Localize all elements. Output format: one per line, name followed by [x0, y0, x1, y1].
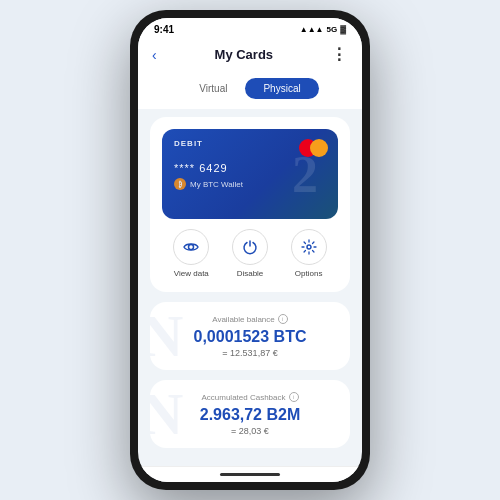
- disable-icon: [232, 229, 268, 265]
- cashback-watermark: N: [150, 380, 183, 448]
- action-options[interactable]: Options: [291, 229, 327, 278]
- info-icon-balance[interactable]: i: [278, 314, 288, 324]
- card-section: DEBIT 2 **** 6429 ₿ My BTC Wallet: [150, 117, 350, 292]
- battery-icon: ▓: [340, 25, 346, 34]
- tab-physical[interactable]: Physical: [245, 78, 318, 99]
- available-balance-label: Available balance i: [166, 314, 334, 324]
- tab-virtual[interactable]: Virtual: [181, 78, 245, 99]
- options-label: Options: [295, 269, 323, 278]
- status-icons: ▲▲▲ 5G ▓: [300, 25, 346, 34]
- signal-icon: ▲▲▲: [300, 25, 324, 34]
- balance-watermark: N: [150, 302, 183, 370]
- cashback-section: N Accumulated Cashback i 2.963,72 B2M = …: [150, 380, 350, 448]
- available-balance-section: N Available balance i 0,0001523 BTC = 12…: [150, 302, 350, 370]
- available-balance-amount: 0,0001523 BTC: [166, 328, 334, 346]
- action-view-data[interactable]: View data: [173, 229, 209, 278]
- network-label: 5G: [326, 25, 337, 34]
- tab-switcher: Virtual Physical: [138, 72, 362, 109]
- phone-shell: 9:41 ▲▲▲ 5G ▓ ‹ My Cards ⋮ Virtual Physi…: [130, 10, 370, 490]
- main-content: DEBIT 2 **** 6429 ₿ My BTC Wallet: [138, 109, 362, 466]
- header: ‹ My Cards ⋮: [138, 39, 362, 72]
- back-button[interactable]: ‹: [152, 47, 157, 63]
- options-icon: [291, 229, 327, 265]
- page-title: My Cards: [215, 47, 274, 62]
- card-actions: View data Disable: [162, 219, 338, 280]
- btc-icon: ₿: [174, 178, 186, 190]
- card-watermark: 2: [292, 145, 318, 204]
- home-indicator: [220, 473, 280, 476]
- action-disable[interactable]: Disable: [232, 229, 268, 278]
- card-wallet: ₿ My BTC Wallet: [174, 178, 326, 190]
- status-bar: 9:41 ▲▲▲ 5G ▓: [138, 18, 362, 39]
- cashback-label: Accumulated Cashback i: [166, 392, 334, 402]
- cashback-eur: = 28,03 €: [166, 426, 334, 436]
- info-icon-cashback[interactable]: i: [289, 392, 299, 402]
- cashback-amount: 2.963,72 B2M: [166, 406, 334, 424]
- view-data-label: View data: [174, 269, 209, 278]
- status-time: 9:41: [154, 24, 174, 35]
- wallet-label: My BTC Wallet: [190, 180, 243, 189]
- available-balance-eur: = 12.531,87 €: [166, 348, 334, 358]
- debit-card: DEBIT 2 **** 6429 ₿ My BTC Wallet: [162, 129, 338, 219]
- svg-point-1: [307, 245, 311, 249]
- phone-inner: 9:41 ▲▲▲ 5G ▓ ‹ My Cards ⋮ Virtual Physi…: [138, 18, 362, 482]
- bottom-bar: [138, 466, 362, 482]
- view-data-icon: [173, 229, 209, 265]
- svg-point-0: [189, 245, 194, 250]
- disable-label: Disable: [237, 269, 264, 278]
- menu-button[interactable]: ⋮: [331, 45, 348, 64]
